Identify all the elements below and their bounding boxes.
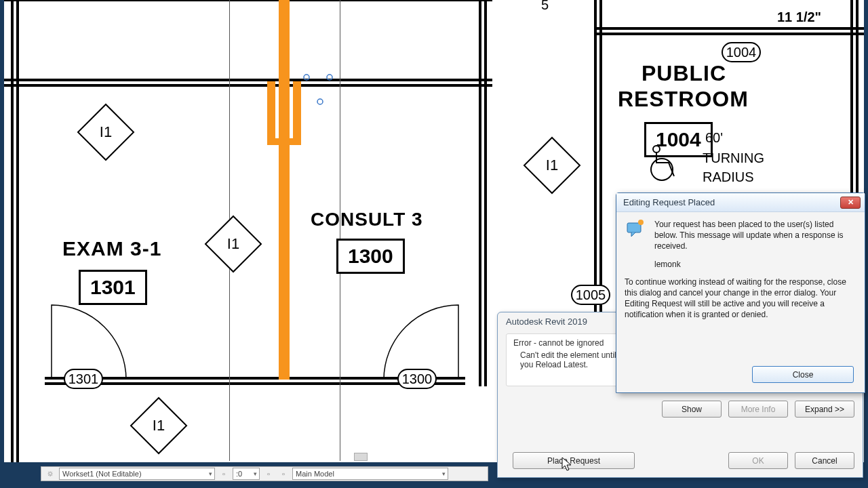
door-tag: 1005: [571, 285, 610, 305]
info-user: lemonk: [654, 259, 855, 270]
svg-point-6: [638, 220, 644, 225]
close-button[interactable]: Close: [752, 366, 854, 383]
design-options-icon[interactable]: ▫: [218, 468, 230, 480]
room-label-restroom-1: PUBLIC: [642, 61, 726, 86]
info-message-2: To continue working instead of waiting f…: [625, 277, 855, 321]
room-number-consult: 1300: [336, 239, 405, 274]
grid-tag-i1: I1: [227, 235, 239, 253]
active-workset-dropdown[interactable]: Workset1 (Not Editable): [59, 468, 215, 480]
grid-tag-i1: I1: [100, 123, 112, 141]
accessibility-icon: [647, 144, 681, 182]
model-dropdown[interactable]: Main Model: [292, 468, 448, 480]
show-button[interactable]: Show: [662, 401, 722, 418]
more-info-button: More Info: [728, 401, 788, 418]
room-label-restroom-2: RESTROOM: [618, 87, 749, 112]
svg-point-4: [317, 99, 323, 104]
dimension-text: 11 1/2": [777, 9, 821, 25]
svg-point-3: [327, 75, 332, 80]
horizontal-scrollbar-thumb[interactable]: [354, 453, 368, 461]
filter-icon[interactable]: ▫: [262, 468, 275, 480]
svg-point-0: [653, 146, 660, 152]
dimension-text: 5: [541, 0, 549, 13]
cancel-button[interactable]: Cancel: [795, 452, 854, 469]
filter-icon-2[interactable]: ▫: [277, 468, 290, 480]
connector-icon: [300, 70, 340, 111]
grid-tag-i1: I1: [153, 417, 165, 434]
room-label-consult: CONSULT 3: [311, 209, 423, 230]
annotation-text: RADIUS: [703, 169, 754, 185]
door-tag: 1004: [722, 42, 761, 62]
door-tag: 1300: [397, 369, 437, 389]
workset-icon[interactable]: ⛭: [44, 468, 56, 480]
ok-button: OK: [728, 452, 788, 469]
svg-rect-5: [627, 223, 641, 232]
expand-button[interactable]: Expand >>: [795, 401, 854, 418]
svg-point-2: [304, 75, 309, 80]
design-option-dropdown[interactable]: :0: [233, 468, 260, 480]
room-number-exam: 1301: [79, 270, 147, 305]
annotation-text: TURNING: [703, 150, 764, 166]
door-tag: 1301: [64, 369, 103, 389]
room-label-exam: EXAM 3-1: [62, 237, 161, 260]
close-icon[interactable]: ✕: [840, 197, 861, 209]
status-bar: ⛭ Workset1 (Not Editable) ▫ :0 ▫ ▫ Main …: [41, 466, 488, 481]
editing-request-dialog: Editing Request Placed ✕ Your request ha…: [616, 192, 865, 393]
info-dialog-title: Editing Request Placed: [623, 197, 715, 207]
place-request-button[interactable]: Place Request: [513, 452, 635, 469]
annotation-text: 60': [705, 130, 723, 146]
svg-point-1: [651, 159, 673, 180]
info-message-1: Your request has been placed to the user…: [654, 219, 855, 252]
grid-tag-i1: I1: [546, 157, 558, 174]
speech-bubble-icon: [626, 219, 645, 277]
